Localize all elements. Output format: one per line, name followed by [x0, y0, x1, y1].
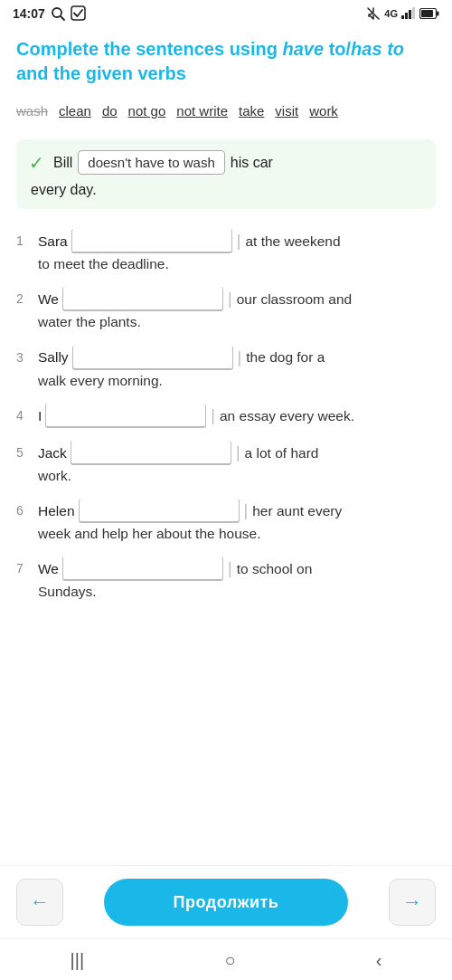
q-text-5: a lot of hard — [245, 442, 319, 463]
status-right: 4G — [366, 6, 439, 21]
android-home-button[interactable]: ○ — [202, 947, 257, 975]
word-visit: visit — [275, 99, 298, 123]
android-recent-button[interactable]: ||| — [49, 947, 107, 975]
question-list: 1 Sara | at the weekend to meet the dead… — [16, 229, 436, 603]
answer-input-2[interactable] — [62, 287, 223, 311]
q-num-4: 4 — [16, 406, 33, 425]
q-text-2: our classroom and — [237, 289, 353, 309]
svg-rect-9 — [421, 10, 433, 17]
time-label: 14:07 — [13, 6, 45, 21]
question-line-3: 3 Sally | the dog for a — [16, 346, 436, 370]
q-name-1: Sara — [38, 231, 68, 252]
word-not-write: not write — [176, 99, 228, 123]
back-button[interactable]: ← — [16, 879, 63, 926]
q-text-4: an essay every week. — [220, 405, 354, 426]
q-num-5: 5 — [16, 443, 33, 462]
main-content: Complete the sentences using have to/has… — [0, 24, 452, 865]
q-text-7: to school on — [237, 558, 313, 579]
question-line-5: 5 Jack | a lot of hard — [16, 441, 436, 465]
q-name-6: Helen — [38, 500, 75, 521]
q-text-1: at the weekend — [245, 231, 340, 252]
status-bar: 14:07 4G — [0, 0, 452, 24]
answer-input-6[interactable] — [79, 499, 240, 523]
q-num-7: 7 — [16, 559, 33, 578]
q-name-7: We — [38, 558, 59, 579]
word-work: work — [309, 99, 338, 123]
answer-input-5[interactable] — [71, 441, 231, 465]
search-icon — [51, 6, 65, 21]
word-clean: clean — [59, 99, 91, 123]
question-item-2: 2 We | our classroom and water the plant… — [16, 287, 436, 332]
android-nav-bar: ||| ○ ‹ — [0, 938, 452, 980]
question-item-3: 3 Sally | the dog for a walk every morni… — [16, 346, 436, 391]
status-left: 14:07 — [13, 5, 86, 21]
question-line-6: 6 Helen | her aunt every — [16, 499, 436, 523]
answer-input-4[interactable] — [45, 404, 206, 428]
svg-rect-4 — [401, 15, 404, 19]
question-item-1: 1 Sara | at the weekend to meet the dead… — [16, 229, 436, 274]
svg-rect-5 — [405, 13, 408, 19]
q-continuation-1: to meet the deadline. — [16, 253, 436, 274]
q-name-4: I — [38, 405, 42, 426]
question-item-6: 6 Helen | her aunt every week and help h… — [16, 499, 436, 544]
mute-icon — [366, 6, 381, 21]
answer-input-1[interactable] — [71, 229, 232, 253]
example-box: ✓ Bill doesn't have to wash his car ever… — [16, 139, 436, 209]
example-check-icon: ✓ — [29, 152, 44, 174]
q-continuation-7: Sundays. — [16, 581, 436, 602]
forward-button[interactable]: → — [389, 879, 436, 926]
q-continuation-2: water the plants. — [16, 311, 436, 332]
battery-icon — [419, 8, 439, 19]
q-continuation-3: walk every morning. — [16, 370, 436, 391]
question-line-7: 7 We | to school on — [16, 557, 436, 581]
svg-line-1 — [61, 16, 64, 20]
q-text-6: her aunt every — [252, 500, 342, 521]
example-answer: doesn't have to wash — [78, 150, 224, 175]
svg-rect-10 — [437, 11, 439, 15]
question-line-4: 4 I | an essay every week. — [16, 404, 436, 428]
page-title: Complete the sentences using have to/has… — [16, 37, 436, 86]
status-check-icon — [71, 5, 86, 21]
word-not-go: not go — [128, 99, 166, 123]
svg-rect-6 — [409, 10, 411, 19]
answer-input-7[interactable] — [62, 557, 223, 581]
q-num-6: 6 — [16, 501, 33, 520]
q-name-3: Sally — [38, 347, 69, 367]
signal-label: 4G — [384, 8, 398, 19]
word-take: take — [239, 99, 264, 123]
signal-icon — [401, 7, 416, 19]
q-num-2: 2 — [16, 290, 33, 309]
q-name-2: We — [38, 289, 59, 309]
q-num-1: 1 — [16, 232, 33, 251]
question-line-2: 2 We | our classroom and — [16, 287, 436, 311]
q-continuation-5: work. — [16, 465, 436, 486]
question-line-1: 1 Sara | at the weekend — [16, 229, 436, 253]
q-text-3: the dog for a — [246, 347, 325, 367]
word-bank: wash clean do not go not write take visi… — [16, 99, 436, 123]
bottom-nav: ← Продолжить → — [0, 865, 452, 938]
q-num-3: 3 — [16, 348, 33, 367]
example-after: his car — [231, 155, 273, 171]
svg-rect-7 — [412, 7, 415, 19]
q-continuation-6: week and help her about the house. — [16, 523, 436, 544]
answer-input-3[interactable] — [72, 346, 233, 370]
android-back-button[interactable]: ‹ — [354, 947, 404, 975]
example-continuation: every day. — [29, 182, 423, 198]
word-do: do — [102, 99, 118, 123]
question-item-4: 4 I | an essay every week. — [16, 404, 436, 428]
question-item-5: 5 Jack | a lot of hard work. — [16, 441, 436, 486]
word-wash: wash — [16, 99, 48, 123]
q-name-5: Jack — [38, 442, 67, 463]
example-name: Bill — [53, 155, 72, 171]
continue-button[interactable]: Продолжить — [104, 879, 348, 926]
question-item-7: 7 We | to school on Sundays. — [16, 557, 436, 602]
